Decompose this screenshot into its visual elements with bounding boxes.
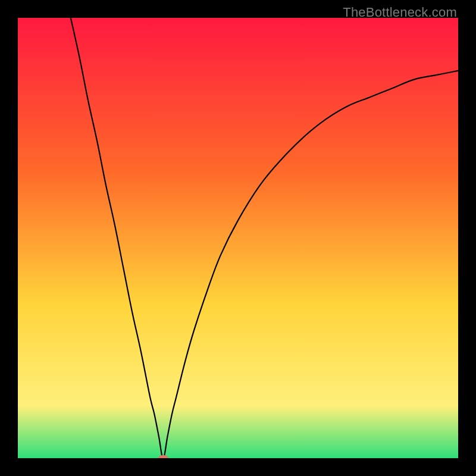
bottleneck-chart xyxy=(18,18,458,458)
chart-frame xyxy=(18,18,458,458)
gradient-background xyxy=(18,18,458,458)
